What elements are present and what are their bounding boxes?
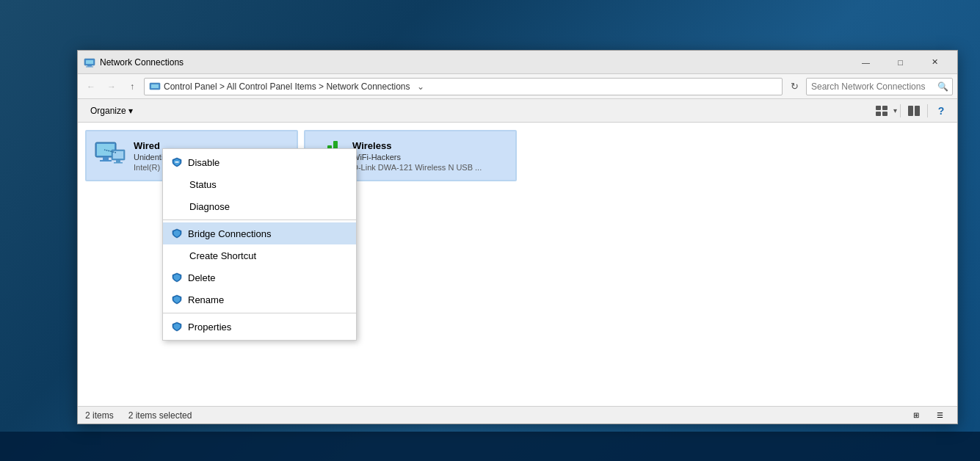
svg-rect-18: [116, 160, 120, 162]
window-title: Network Connections: [100, 57, 849, 68]
shield-icon-rename: [172, 294, 182, 305]
shield-icon-disable: [172, 157, 182, 167]
svg-rect-14: [103, 157, 109, 160]
item-count: 2 items: [85, 410, 114, 421]
path-icon: [149, 81, 161, 92]
taskbar: [0, 432, 980, 461]
ctx-diagnose-label: Diagnose: [189, 201, 230, 212]
context-menu: Disable Status Diagnose Bridge Connectio…: [162, 148, 357, 341]
ctx-shortcut[interactable]: Create Shortcut: [163, 244, 356, 266]
toolbar-separator-2: [927, 104, 928, 117]
close-button[interactable]: ✕: [918, 52, 951, 73]
toolbar-dropdown-arrow: ▾: [893, 106, 897, 115]
pane-icon: [908, 106, 920, 116]
ctx-separator-1: [163, 219, 356, 220]
view-options-button[interactable]: [871, 102, 892, 120]
svg-rect-7: [882, 106, 888, 110]
status-bar: 2 items 2 items selected ⊞ ☰: [78, 406, 957, 424]
ctx-bridge-label: Bridge Connections: [188, 228, 271, 239]
ctx-shortcut-label: Create Shortcut: [189, 250, 256, 261]
title-bar: Network Connections — □ ✕: [78, 51, 957, 74]
wireless-sub: WiFi-Hackers: [352, 153, 482, 161]
wireless-name: Wireless: [352, 140, 482, 151]
back-button[interactable]: ←: [82, 78, 100, 95]
ctx-shortcut-spacer: [172, 250, 184, 261]
maximize-button[interactable]: □: [884, 52, 917, 73]
svg-rect-8: [876, 112, 881, 116]
shield-icon-properties: [172, 322, 182, 332]
ctx-diagnose[interactable]: Diagnose: [163, 195, 356, 217]
address-path[interactable]: Control Panel > All Control Panel Items …: [144, 78, 783, 95]
ctx-delete-label: Delete: [188, 272, 216, 283]
shield-icon-bridge: [172, 228, 182, 239]
svg-rect-5: [151, 84, 159, 88]
search-icon: 🔍: [937, 81, 948, 92]
view-grid-icon: [876, 106, 888, 116]
svg-rect-10: [908, 106, 913, 116]
wireless-type: D-Link DWA-121 Wireless N USB ...: [352, 163, 482, 172]
svg-rect-9: [882, 112, 888, 116]
svg-rect-15: [100, 160, 112, 161]
svg-rect-3: [86, 66, 93, 67]
status-right: ⊞ ☰: [906, 407, 950, 424]
organize-button[interactable]: Organize ▾: [84, 102, 139, 120]
up-button[interactable]: ↑: [123, 78, 141, 95]
ctx-bridge[interactable]: Bridge Connections: [163, 222, 356, 244]
refresh-button[interactable]: ↻: [785, 78, 803, 95]
svg-rect-19: [114, 162, 123, 164]
svg-rect-6: [876, 106, 881, 110]
ctx-separator-2: [163, 313, 356, 313]
search-input[interactable]: [806, 78, 953, 95]
ctx-disable[interactable]: Disable: [163, 151, 356, 173]
svg-rect-11: [915, 106, 920, 116]
toolbar-separator: [900, 104, 901, 117]
status-view-btn-1[interactable]: ⊞: [906, 407, 926, 424]
ctx-rename-label: Rename: [188, 294, 224, 305]
path-dropdown[interactable]: ⌄: [413, 79, 428, 95]
help-button[interactable]: ?: [931, 102, 951, 120]
ctx-delete[interactable]: Delete: [163, 266, 356, 288]
address-bar: ← → ↑ Control Panel > All Control Panel …: [78, 74, 957, 99]
ctx-diagnose-spacer: [172, 200, 184, 212]
window-icon: [84, 57, 95, 68]
selected-count: 2 items selected: [128, 410, 192, 421]
toolbar: Organize ▾ ▾ ?: [78, 99, 957, 123]
ctx-rename[interactable]: Rename: [163, 288, 356, 311]
status-view-btn-2[interactable]: ☰: [929, 407, 950, 424]
ctx-properties[interactable]: Properties: [163, 316, 356, 338]
content-area: Wired Unidentified network Intel(R) Ethe…: [78, 123, 957, 406]
toolbar-right: ▾ ?: [871, 102, 951, 120]
svg-rect-1: [86, 60, 93, 64]
svg-rect-27: [175, 161, 179, 163]
network-connections-window: Network Connections — □ ✕ ← → ↑ Control …: [77, 50, 958, 424]
ctx-status[interactable]: Status: [163, 173, 356, 195]
pane-button[interactable]: [904, 102, 924, 120]
ctx-status-label: Status: [189, 179, 217, 190]
wireless-info: Wireless WiFi-Hackers D-Link DWA-121 Wir…: [352, 140, 482, 172]
wired-network-icon: [92, 138, 128, 173]
ctx-disable-label: Disable: [188, 157, 219, 168]
ctx-status-spacer: [172, 178, 184, 190]
breadcrumb: Control Panel > All Control Panel Items …: [164, 81, 410, 92]
shield-icon-delete: [172, 272, 182, 283]
search-wrapper: 🔍: [806, 78, 953, 95]
forward-button[interactable]: →: [103, 78, 120, 95]
ctx-properties-label: Properties: [188, 322, 231, 333]
minimize-button[interactable]: —: [849, 52, 882, 73]
svg-rect-2: [87, 65, 92, 67]
window-controls: — □ ✕: [849, 52, 951, 73]
